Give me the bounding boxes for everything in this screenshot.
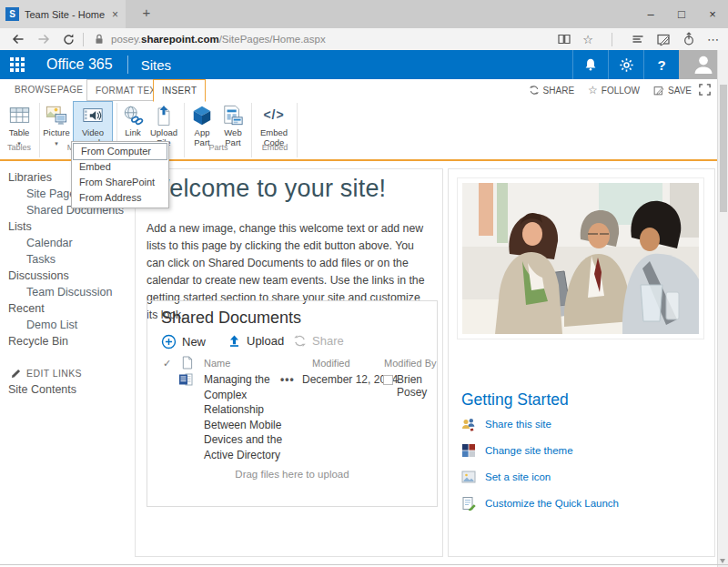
suite-divider: [127, 56, 128, 74]
share-button-label: Share: [312, 334, 344, 348]
link-change-site-theme[interactable]: Change site theme: [461, 443, 573, 458]
sidebar-item-site-contents[interactable]: Site Contents: [0, 381, 135, 398]
upload-file-label-1: Upload: [150, 127, 177, 137]
web-note-icon[interactable]: [656, 32, 671, 46]
save-action[interactable]: SAVE: [653, 85, 692, 96]
window-minimize-button[interactable]: –: [635, 0, 666, 28]
sidebar-item-lists[interactable]: Lists: [0, 218, 135, 235]
window-close-button[interactable]: ×: [697, 0, 728, 28]
link-button[interactable]: Link ▾: [120, 102, 146, 141]
link-share-this-site[interactable]: Share this site: [461, 417, 551, 431]
document-modified-by[interactable]: Brien Posey: [397, 373, 437, 399]
office365-brand[interactable]: Office 365: [46, 56, 113, 73]
column-header-modified-by[interactable]: Modified By: [384, 358, 436, 369]
upload-arrow-icon: [228, 334, 241, 348]
video-audio-button[interactable]: Video and Audio ▾: [73, 101, 113, 143]
edit-links-button[interactable]: EDIT LINKS: [0, 365, 135, 381]
link-customize-quick-launch[interactable]: Customize the Quick Launch: [461, 496, 619, 511]
sidebar-item-team-discussion[interactable]: Team Discussion: [0, 284, 135, 300]
help-icon[interactable]: ?: [643, 50, 679, 79]
url-subdomain: posey.: [111, 34, 141, 45]
menu-item-from-sharepoint[interactable]: From SharePoint: [72, 175, 168, 190]
tab-page[interactable]: PAGE: [57, 79, 83, 101]
scrollbar-down-arrow[interactable]: [720, 559, 725, 563]
shared-documents-title[interactable]: Shared Documents: [161, 309, 301, 328]
team-photo-illustration: [462, 183, 699, 334]
follow-action[interactable]: ☆ FOLLOW: [588, 84, 640, 96]
upload-file-button[interactable]: Upload File: [147, 102, 180, 141]
more-options-icon[interactable]: ⋯: [707, 33, 719, 46]
notifications-bell-icon[interactable]: [572, 50, 608, 79]
sidebar-item-demo-list[interactable]: Demo List: [0, 317, 135, 333]
app-part-icon: [187, 103, 217, 127]
document-name-link[interactable]: Managing the Complex Relationship Betwee…: [204, 372, 291, 462]
tab-insert[interactable]: INSERT: [153, 79, 206, 102]
theme-squares-icon: [461, 443, 476, 458]
sidebar-item-recent[interactable]: Recent: [0, 300, 135, 317]
lock-icon: [93, 33, 106, 46]
tab-close-icon[interactable]: ×: [110, 8, 120, 21]
share-action-label: SHARE: [543, 86, 574, 96]
follow-star-icon: ☆: [588, 84, 598, 96]
doc-type-column-icon: [181, 356, 193, 370]
sidebar-item-tasks[interactable]: Tasks: [0, 251, 135, 268]
set-site-icon-label: Set a site icon: [485, 471, 551, 482]
upload-document-button[interactable]: Upload: [228, 334, 284, 348]
group-divider: [297, 103, 298, 157]
menu-item-from-computer[interactable]: From Computer: [73, 143, 167, 160]
sharepoint-favicon: S: [5, 7, 19, 21]
tab-title: Team Site - Home: [25, 9, 105, 20]
share-action[interactable]: SHARE: [529, 85, 574, 96]
sidebar-item-discussions[interactable]: Discussions: [0, 268, 135, 284]
column-header-modified[interactable]: Modified: [312, 358, 350, 369]
embed-code-label-1: Embed: [260, 127, 288, 137]
browser-address-bar: posey.sharepoint.com/SitePages/Home.aspx…: [0, 28, 728, 50]
embed-code-button[interactable]: </> Embed Code: [255, 102, 293, 141]
refresh-button[interactable]: [62, 33, 76, 46]
presence-checkbox[interactable]: [383, 375, 393, 385]
embed-code-icon: </>: [255, 103, 293, 127]
window-maximize-button[interactable]: □: [666, 0, 697, 28]
table-icon: [2, 103, 36, 127]
forward-button[interactable]: [36, 32, 51, 46]
link-set-site-icon[interactable]: Set a site icon: [461, 470, 551, 484]
sidebar-item-calendar[interactable]: Calendar: [0, 235, 135, 251]
tab-browse[interactable]: BROWSE: [15, 79, 56, 101]
back-button[interactable]: [11, 32, 25, 46]
pencil-icon: [11, 369, 21, 379]
sidebar-item-recycle-bin[interactable]: Recycle Bin: [0, 333, 135, 349]
getting-started-title: Getting Started: [461, 390, 569, 410]
scrollbar-thumb[interactable]: [720, 85, 727, 212]
picture-button[interactable]: Picture ▾: [42, 102, 71, 141]
web-part-button[interactable]: Web Part: [218, 102, 248, 141]
team-photo: [457, 177, 704, 339]
focus-on-content-icon[interactable]: [698, 83, 712, 96]
sites-link[interactable]: Sites: [141, 57, 171, 73]
rich-content-zone[interactable]: Welcome to your site! Add a new image, c…: [135, 168, 443, 557]
table-button[interactable]: Table ▾: [2, 102, 36, 141]
ribbon-tab-row: BROWSE PAGE FORMAT TEXT INSERT SHARE ☆ F…: [0, 79, 717, 102]
upload-button-label: Upload: [247, 334, 284, 348]
picture-icon: [42, 103, 71, 127]
share-page-icon[interactable]: [682, 32, 696, 46]
new-tab-button[interactable]: +: [136, 5, 157, 20]
menu-item-from-address[interactable]: From Address: [72, 190, 168, 206]
share-site-people-icon: [461, 417, 476, 431]
favorites-star-icon[interactable]: ☆: [582, 33, 593, 46]
settings-gear-icon[interactable]: [608, 50, 643, 79]
web-part-label-1: Web: [224, 127, 241, 137]
menu-item-embed[interactable]: Embed: [72, 159, 168, 175]
page-scrollbar[interactable]: [717, 50, 728, 567]
column-header-name[interactable]: Name: [204, 358, 230, 369]
hub-icon[interactable]: [631, 32, 645, 46]
app-launcher-icon[interactable]: [10, 57, 25, 72]
web-part-icon: [218, 103, 248, 127]
select-all-check-icon[interactable]: ✓: [163, 358, 171, 370]
share-document-button[interactable]: Share: [293, 334, 344, 348]
url-text[interactable]: posey.sharepoint.com/SitePages/Home.aspx: [111, 34, 326, 45]
document-ellipsis-menu[interactable]: •••: [280, 373, 295, 386]
reading-view-icon[interactable]: [557, 32, 571, 46]
browser-tab[interactable]: S Team Site - Home ×: [0, 0, 126, 28]
app-part-button[interactable]: App Part: [187, 102, 217, 141]
new-document-button[interactable]: New: [161, 334, 206, 349]
